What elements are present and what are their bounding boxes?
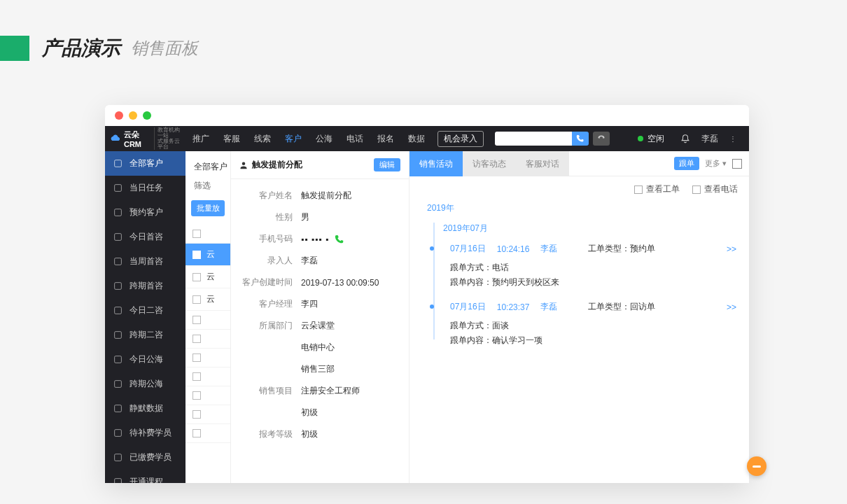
list-cell: 云 xyxy=(206,271,215,283)
user-name[interactable]: 李磊 xyxy=(701,133,718,145)
nav-items: 推广客服线索客户公海电话报名数据 xyxy=(186,126,432,151)
checkbox[interactable] xyxy=(192,354,201,362)
sidebar-label: 开通课程 xyxy=(130,476,163,483)
nav-item-5[interactable]: 电话 xyxy=(340,126,370,151)
timeline: 2019年 2019年07月 07月16日10:24:16李磊工单类型：预约单>… xyxy=(410,202,749,373)
detail-value: 男 xyxy=(301,211,309,223)
sidebar-label: 今日公海 xyxy=(130,354,163,365)
checkbox[interactable] xyxy=(192,230,201,238)
sidebar-item-8[interactable]: 今日公海 xyxy=(105,347,186,372)
minimize-icon[interactable] xyxy=(129,111,137,120)
person-icon xyxy=(239,161,248,169)
timeline-dot-icon xyxy=(430,246,434,251)
edit-button[interactable]: 编辑 xyxy=(374,158,400,172)
nav-item-7[interactable]: 数据 xyxy=(401,126,432,151)
checkbox[interactable] xyxy=(192,410,201,419)
tag-follow[interactable]: 跟单 xyxy=(674,157,699,170)
checkbox[interactable] xyxy=(192,295,201,304)
nav-item-1[interactable]: 客服 xyxy=(216,126,247,151)
sidebar-item-11[interactable]: 待补费学员 xyxy=(105,421,186,445)
list-row[interactable]: 云 xyxy=(186,288,230,311)
detail-value: 初级 xyxy=(301,407,318,419)
sidebar-icon xyxy=(113,159,122,168)
checkbox[interactable] xyxy=(692,186,701,194)
entry-body: 跟单方式：面谈跟单内容：确认学习一项 xyxy=(450,313,741,346)
sidebar-item-6[interactable]: 今日二咨 xyxy=(105,298,186,323)
sidebar-icon xyxy=(113,232,122,241)
list-row[interactable]: 云 xyxy=(186,266,230,288)
nav-item-2[interactable]: 线索 xyxy=(247,126,278,151)
detail-label: 客户创建时间 xyxy=(239,276,293,288)
sidebar-label: 今日二咨 xyxy=(130,304,163,316)
timeline-entry: 07月16日10:24:16李磊工单类型：预约单>>跟单方式：电话跟单内容：预约… xyxy=(430,243,741,288)
bell-icon[interactable] xyxy=(680,134,690,144)
phone-masked: ▪▪ ▪▪▪ ▪ xyxy=(301,234,329,244)
detail-row: 所属部门云朵课堂 xyxy=(231,315,409,337)
page-title: 产品演示 xyxy=(42,35,120,62)
list-row[interactable] xyxy=(186,424,230,443)
expand-icon[interactable] xyxy=(732,159,742,169)
checkbox[interactable] xyxy=(192,316,201,324)
nav-item-0[interactable]: 推广 xyxy=(186,126,216,151)
sidebar-item-0[interactable]: 全部客户 xyxy=(105,151,186,176)
sidebar-icon xyxy=(113,257,122,266)
more-link[interactable]: 更多 ▾ xyxy=(705,158,727,169)
sidebar-item-2[interactable]: 预约客户 xyxy=(105,200,186,225)
sidebar-item-4[interactable]: 当周首咨 xyxy=(105,249,186,274)
sidebar-label: 全部客户 xyxy=(130,158,163,169)
checkbox[interactable] xyxy=(192,391,201,400)
list-row[interactable] xyxy=(186,311,230,330)
batch-button[interactable]: 批量放 xyxy=(191,200,225,216)
sidebar-item-1[interactable]: 当日任务 xyxy=(105,176,186,200)
sidebar-item-10[interactable]: 静默数据 xyxy=(105,396,186,421)
detail-label: 性别 xyxy=(239,211,293,223)
checkbox[interactable] xyxy=(192,251,201,259)
sidebar-item-13[interactable]: 开通课程 xyxy=(105,470,186,483)
detail-row: 销售三部 xyxy=(231,358,409,380)
sidebar-item-9[interactable]: 跨期公海 xyxy=(105,372,186,396)
sidebar: 全部客户当日任务预约客户今日首咨当周首咨跨期首咨今日二咨跨期二咨今日公海跨期公海… xyxy=(105,151,186,483)
sidebar-item-7[interactable]: 跨期二咨 xyxy=(105,323,186,347)
activity-tab-2[interactable]: 客服对话 xyxy=(516,151,569,176)
sidebar-item-5[interactable]: 跨期首咨 xyxy=(105,274,186,298)
sidebar-label: 跨期二咨 xyxy=(130,329,163,341)
close-icon[interactable] xyxy=(115,111,123,120)
entry-head: 07月16日10:24:16李磊工单类型：预约单>> xyxy=(450,243,741,255)
activity-tab-1[interactable]: 访客动态 xyxy=(463,151,516,176)
nav-item-6[interactable]: 报名 xyxy=(370,126,401,151)
dialer-button[interactable] xyxy=(593,132,610,146)
maximize-icon[interactable] xyxy=(143,111,151,120)
list-row[interactable] xyxy=(186,386,230,405)
fab-minus[interactable] xyxy=(747,456,766,476)
sidebar-item-12[interactable]: 已缴费学员 xyxy=(105,445,186,470)
activity-panel: 销售活动访客动态客服对话 跟单 更多 ▾ 查看工单 查看电话 2019年 201… xyxy=(410,151,749,483)
list-row[interactable] xyxy=(186,330,230,349)
opportunity-button[interactable]: 机会录入 xyxy=(438,131,484,147)
checkbox[interactable] xyxy=(634,186,643,194)
expand-arrow[interactable]: >> xyxy=(727,244,741,254)
filter-call[interactable]: 查看电话 xyxy=(692,183,738,195)
logo-brand: 云朵CRM xyxy=(124,130,151,148)
checkbox[interactable] xyxy=(192,273,201,281)
sidebar-item-3[interactable]: 今日首咨 xyxy=(105,225,186,249)
detail-value: 销售三部 xyxy=(301,363,335,375)
top-nav: 云朵CRM 教育机构一站式服务云平台 推广客服线索客户公海电话报名数据 机会录入… xyxy=(105,126,749,151)
checkbox[interactable] xyxy=(192,429,201,438)
filter-workorder[interactable]: 查看工单 xyxy=(634,183,680,195)
list-row[interactable] xyxy=(186,349,230,368)
list-row[interactable] xyxy=(186,405,230,424)
list-row[interactable] xyxy=(186,368,230,386)
phone-icon[interactable] xyxy=(335,234,344,244)
checkbox[interactable] xyxy=(192,335,201,343)
expand-arrow[interactable]: >> xyxy=(727,302,741,312)
list-row[interactable]: 云 xyxy=(186,244,230,266)
nav-item-3[interactable]: 客户 xyxy=(278,126,309,151)
list-filter[interactable]: 筛选 xyxy=(186,180,230,200)
activity-tab-0[interactable]: 销售活动 xyxy=(410,151,463,176)
search-input[interactable] xyxy=(495,132,572,146)
checkbox[interactable] xyxy=(192,372,201,381)
chevron-down-icon[interactable]: ⋮ xyxy=(729,135,736,143)
search-button[interactable] xyxy=(572,132,589,146)
nav-item-4[interactable]: 公海 xyxy=(309,126,340,151)
detail-rows: 客户姓名触发提前分配性别男手机号码▪▪ ▪▪▪ ▪录入人李磊客户创建时间2019… xyxy=(231,179,409,451)
